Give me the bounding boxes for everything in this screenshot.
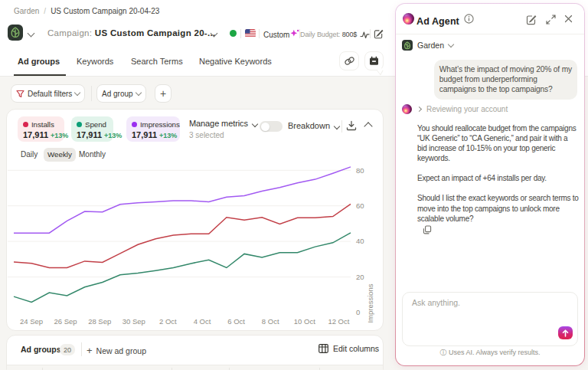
svg-text:24 Sep: 24 Sep	[20, 317, 43, 326]
svg-text:4 Oct: 4 Oct	[194, 317, 211, 326]
svg-text:0: 0	[356, 308, 360, 316]
svg-text:26 Sep: 26 Sep	[54, 317, 77, 326]
svg-text:2 Oct: 2 Oct	[159, 317, 177, 326]
svg-text:60: 60	[356, 201, 364, 210]
svg-text:80: 80	[356, 166, 364, 175]
svg-text:8 Oct: 8 Oct	[262, 317, 279, 326]
svg-text:12 Oct: 12 Oct	[328, 317, 349, 326]
svg-text:6 Oct: 6 Oct	[227, 317, 245, 326]
svg-text:10 Oct: 10 Oct	[294, 317, 315, 326]
svg-text:Impressions: Impressions	[366, 283, 374, 323]
svg-text:28 Sep: 28 Sep	[88, 317, 111, 326]
svg-text:20: 20	[356, 273, 364, 281]
svg-text:30 Sep: 30 Sep	[122, 317, 145, 326]
svg-text:40: 40	[356, 237, 364, 245]
